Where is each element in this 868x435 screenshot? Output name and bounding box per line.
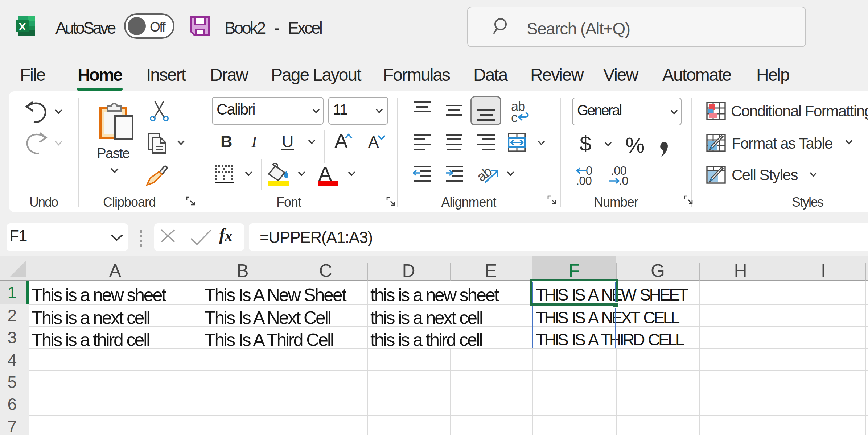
svg-text:X: X [18, 21, 26, 33]
